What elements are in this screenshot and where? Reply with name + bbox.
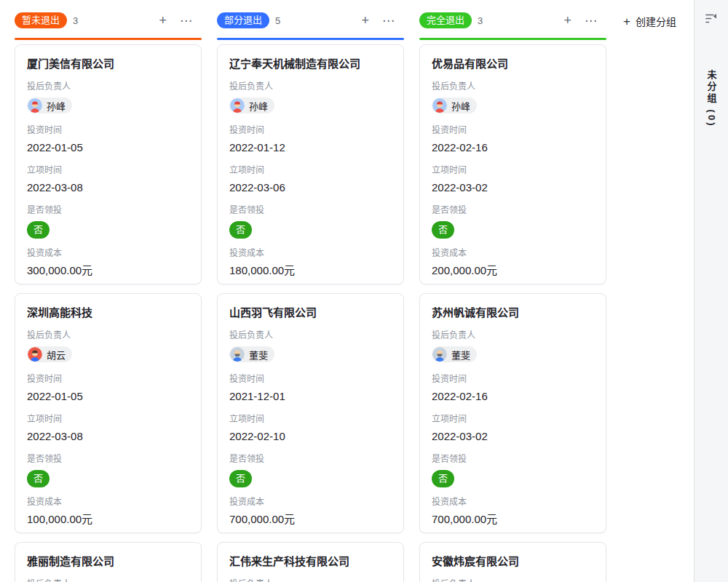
card-title: 厦门美信有限公司	[27, 56, 189, 72]
lead-badge: 否	[27, 470, 50, 487]
field-label-project-time: 立项时间	[229, 164, 392, 177]
cost-value: 700,000.00元	[229, 511, 392, 527]
person-name: 孙峰	[249, 99, 268, 113]
invest-time-value: 2021-12-01	[229, 388, 392, 404]
kanban-column-not-exited: 暂未退出 3 + ⋯ 厦门美信有限公司 投后负责人	[15, 12, 202, 582]
plus-icon: +	[623, 15, 630, 28]
card-title: 安徽炜宸有限公司	[432, 554, 594, 570]
person-chip: 董斐	[229, 346, 274, 362]
cost-value: 700,000.00元	[432, 511, 594, 527]
invest-time-value: 2022-01-05	[27, 140, 189, 156]
column-header: 暂未退出 3 + ⋯	[15, 12, 202, 40]
ungrouped-panel-label[interactable]: 未分组 (0)	[705, 70, 719, 128]
group-count: 5	[275, 15, 280, 26]
lead-badge: 否	[229, 470, 252, 487]
more-options-icon[interactable]: ⋯	[382, 15, 395, 27]
project-time-value: 2022-03-08	[27, 428, 189, 445]
person-name: 孙峰	[47, 99, 66, 113]
field-label-lead: 是否领投	[432, 204, 594, 217]
group-badge: 完全退出	[419, 12, 472, 28]
card-list: 优易品有限公司 投后负责人 孙峰 投资时间 2022-02-16 立项时间 20…	[419, 44, 606, 582]
field-label-project-time: 立项时间	[27, 413, 189, 426]
card-title: 苏州帆诚有限公司	[432, 305, 594, 321]
add-record-icon[interactable]: +	[361, 14, 369, 27]
group-color-bar	[15, 38, 202, 40]
card-title: 优易品有限公司	[432, 56, 594, 72]
collapsed-group-panel: 未分组 (0)	[694, 0, 728, 582]
kanban-board: 暂未退出 3 + ⋯ 厦门美信有限公司 投后负责人	[0, 0, 694, 582]
lead-badge: 否	[432, 221, 454, 239]
person-name: 董斐	[249, 348, 268, 362]
field-label-invest-time: 投资时间	[27, 124, 189, 137]
avatar	[432, 347, 447, 362]
record-card[interactable]: 辽宁奉天机械制造有限公司 投后负责人 孙峰 投资时间 2022-01-12 立项…	[217, 44, 404, 284]
field-label-lead: 是否领投	[229, 453, 392, 466]
field-label-cost: 投资成本	[432, 247, 594, 260]
record-card[interactable]: 优易品有限公司 投后负责人 孙峰 投资时间 2022-02-16 立项时间 20…	[419, 44, 606, 284]
record-card[interactable]: 深圳高能科技 投后负责人 胡云 投资时间 2022-01-05 立项时间 202…	[15, 293, 202, 533]
project-time-value: 2022-03-06	[229, 180, 392, 196]
record-card[interactable]: 山西羽飞有限公司 投后负责人 董斐 投资时间 2021-12-01 立项时间 2…	[217, 293, 404, 533]
field-label-manager: 投后负责人	[432, 81, 594, 93]
field-label-project-time: 立项时间	[432, 413, 594, 426]
person-name: 孙峰	[451, 99, 470, 113]
field-label-project-time: 立项时间	[229, 413, 392, 426]
invest-time-value: 2022-02-16	[432, 388, 594, 404]
more-options-icon[interactable]: ⋯	[180, 15, 193, 27]
kanban-columns: 暂未退出 3 + ⋯ 厦门美信有限公司 投后负责人	[15, 12, 694, 582]
group-count: 3	[73, 15, 78, 26]
cost-value: 200,000.00元	[432, 263, 594, 279]
card-title: 汇伟来生产科技有限公司	[229, 554, 392, 570]
project-time-value: 2022-03-02	[432, 180, 594, 196]
field-label-invest-time: 投资时间	[432, 373, 594, 386]
kanban-column-full-exit: 完全退出 3 + ⋯ 优易品有限公司 投后负责人	[419, 12, 606, 582]
field-label-manager: 投后负责人	[432, 330, 594, 342]
card-title: 深圳高能科技	[27, 305, 189, 321]
person-name: 胡云	[47, 348, 66, 362]
avatar	[28, 347, 42, 362]
field-label-manager: 投后负责人	[229, 81, 392, 93]
group-badge: 暂未退出	[15, 12, 67, 28]
group-badge: 部分退出	[217, 12, 269, 28]
add-record-icon[interactable]: +	[563, 14, 571, 27]
field-label-manager: 投后负责人	[27, 330, 189, 342]
card-title: 山西羽飞有限公司	[229, 305, 392, 321]
field-label-project-time: 立项时间	[432, 164, 594, 177]
card-list: 辽宁奉天机械制造有限公司 投后负责人 孙峰 投资时间 2022-01-12 立项…	[217, 44, 404, 582]
project-time-value: 2022-03-08	[27, 180, 189, 196]
group-count: 3	[478, 15, 483, 26]
more-options-icon[interactable]: ⋯	[585, 15, 598, 27]
field-label-project-time: 立项时间	[27, 164, 189, 177]
record-card[interactable]: 雅丽制造有限公司 投后负责人	[15, 542, 202, 582]
field-label-lead: 是否领投	[27, 453, 189, 466]
person-name: 董斐	[451, 348, 470, 362]
record-card[interactable]: 厦门美信有限公司 投后负责人 孙峰 投资时间 2022-01-05 立项时间 2…	[15, 44, 202, 284]
group-color-bar	[217, 38, 404, 40]
field-label-lead: 是否领投	[27, 204, 189, 217]
field-label-manager: 投后负责人	[229, 578, 392, 582]
add-record-icon[interactable]: +	[159, 14, 167, 27]
avatar	[432, 98, 447, 113]
create-group-button[interactable]: + 创建分组	[623, 14, 676, 28]
record-card[interactable]: 苏州帆诚有限公司 投后负责人 董斐 投资时间 2022-02-16 立项时间 2…	[419, 293, 606, 533]
invest-time-value: 2022-01-12	[229, 140, 392, 156]
record-card[interactable]: 安徽炜宸有限公司 投后负责人	[419, 542, 606, 582]
field-label-invest-time: 投资时间	[432, 124, 594, 137]
cost-value: 300,000.00元	[27, 263, 189, 279]
column-header: 完全退出 3 + ⋯	[419, 12, 606, 40]
field-label-manager: 投后负责人	[27, 81, 189, 93]
invest-time-value: 2022-01-05	[27, 388, 189, 404]
project-time-value: 2022-03-02	[432, 428, 594, 445]
group-color-bar	[419, 38, 606, 40]
avatar	[230, 98, 245, 113]
person-chip: 孙峰	[229, 97, 274, 113]
field-label-cost: 投资成本	[229, 247, 392, 260]
collapse-panel-icon[interactable]	[704, 12, 719, 26]
project-time-value: 2022-02-10	[229, 428, 392, 445]
person-chip: 孙峰	[432, 97, 477, 113]
field-label-lead: 是否领投	[432, 453, 594, 466]
field-label-invest-time: 投资时间	[27, 373, 189, 386]
field-label-cost: 投资成本	[27, 247, 189, 260]
record-card[interactable]: 汇伟来生产科技有限公司 投后负责人	[217, 542, 404, 582]
card-title: 辽宁奉天机械制造有限公司	[229, 56, 392, 72]
